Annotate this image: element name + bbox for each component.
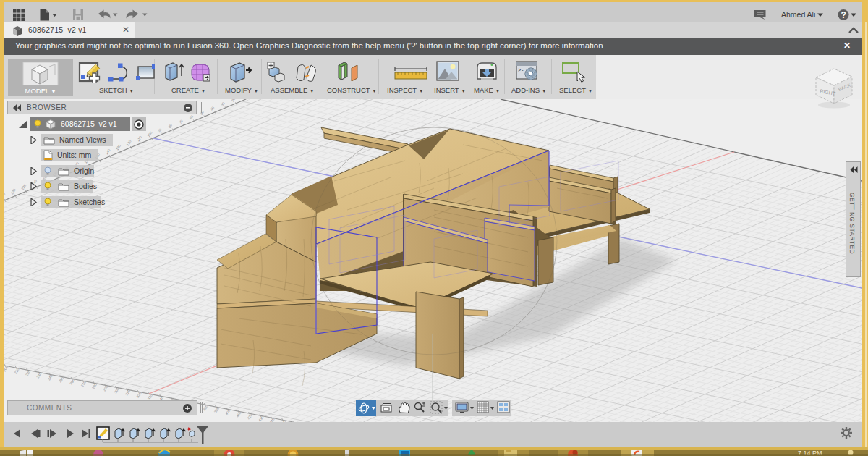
- svg-text:Ahmed Ali: Ahmed Ali: [781, 10, 815, 19]
- svg-text:>-: >-: [518, 67, 524, 73]
- svg-text:?: ?: [841, 10, 846, 20]
